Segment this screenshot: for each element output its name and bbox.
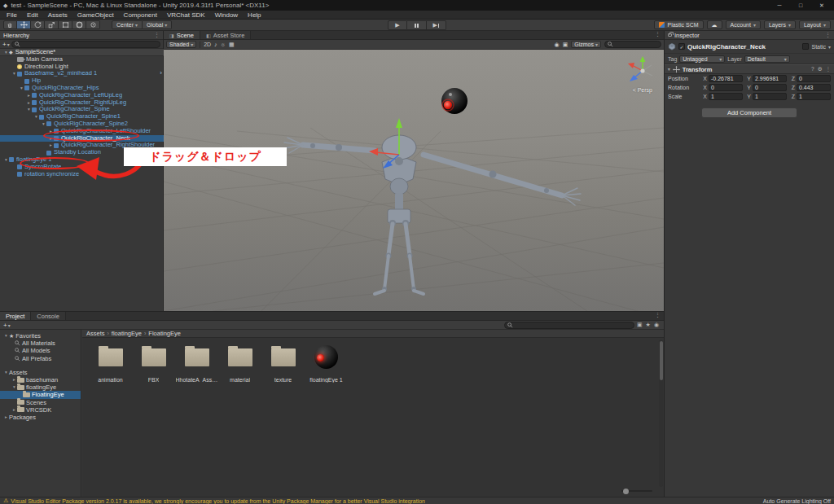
scale-y-field[interactable]: 1 (753, 93, 787, 100)
hierarchy-item-directional-light[interactable]: Directional Light (0, 64, 164, 71)
expand-open-icon[interactable]: ▾ (3, 332, 9, 340)
expand-open-icon[interactable]: ▾ (3, 156, 9, 164)
hierarchy-item-neck-selected[interactable]: ▸QuickRigCharacter_Neck (0, 135, 164, 142)
presets-icon[interactable]: ⚙ (818, 66, 823, 72)
asset-folder-fbx[interactable]: FBX (132, 343, 175, 383)
rotation-x-field[interactable]: 0 (709, 84, 743, 91)
close-button[interactable]: ✕ (811, 0, 832, 11)
2d-toggle[interactable]: 2D (204, 42, 211, 47)
scale-x-field[interactable]: 1 (709, 93, 743, 100)
rotation-z-field[interactable]: 0.443 (797, 84, 831, 91)
breadcrumb-floatingeye[interactable]: floatingEye (112, 330, 142, 337)
scene-viewport[interactable]: < Persp (164, 50, 664, 311)
scene-search[interactable] (604, 41, 661, 48)
layer-dropdown[interactable]: Default▾ (744, 55, 790, 63)
tree-folder-vrcsdk[interactable]: ▸VRCSDK (0, 406, 81, 414)
tab-console[interactable]: Console (31, 312, 66, 320)
lighting-toggle-icon[interactable]: ☼ (221, 42, 226, 47)
expand-closed-icon[interactable]: ▸ (48, 142, 54, 149)
auto-generate-lighting-status[interactable]: Auto Generate Lighting Off (763, 498, 831, 504)
rotation-y-field[interactable]: 0 (753, 84, 787, 91)
menu-gameobject[interactable]: GameObject (72, 11, 119, 20)
tab-scene[interactable]: ◨Scene (164, 31, 200, 39)
plastic-scm-button[interactable]: Plastic SCM (654, 20, 703, 29)
minimize-button[interactable]: ─ (769, 0, 790, 11)
prefab-open-arrow-icon[interactable]: › (160, 70, 162, 77)
layout-dropdown[interactable]: Layout▾ (799, 20, 831, 29)
asset-folder-hhotatea[interactable]: HhotateA_Asse... (175, 343, 218, 383)
zoom-slider-thumb[interactable] (623, 489, 629, 494)
cloud-button[interactable]: ☁ (707, 20, 722, 29)
transform-tool-button[interactable] (72, 20, 86, 29)
audio-toggle-icon[interactable]: ♪ (214, 42, 217, 47)
more-icon[interactable]: ⋮ (826, 66, 832, 72)
expand-open-icon[interactable]: ▾ (26, 106, 32, 113)
transform-component-header[interactable]: ▾ Transform ? ⚙ ⋮ (665, 64, 834, 74)
move-tool-button[interactable] (17, 20, 31, 29)
thumbnail-zoom-slider[interactable] (621, 490, 652, 492)
object-name[interactable]: QuickRigCharacter_Neck (687, 43, 800, 50)
expand-open-icon[interactable]: ▾ (19, 85, 24, 92)
hierarchy-search-input[interactable] (22, 42, 157, 47)
hierarchy-item-leftshoulder[interactable]: ▸QuickRigCharacter_LeftShoulder (0, 128, 164, 135)
menu-help[interactable]: Help (243, 11, 266, 20)
expand-closed-icon[interactable]: ▸ (26, 99, 32, 107)
project-search[interactable] (504, 322, 634, 329)
expand-closed-icon[interactable]: ▸ (11, 376, 17, 383)
scale-z-field[interactable]: 1 (797, 93, 831, 100)
asset-folder-texture[interactable]: texture (261, 343, 305, 383)
asset-folder-animation[interactable]: animation (89, 343, 132, 383)
step-button[interactable]: ▶ (427, 20, 446, 30)
rect-tool-button[interactable] (59, 20, 72, 29)
effects-dropdown-icon[interactable]: ▦ (229, 42, 235, 48)
play-button[interactable]: ▶ (388, 20, 407, 30)
search-by-type-icon[interactable]: ▣ (637, 322, 643, 328)
expand-open-icon[interactable]: ▾ (11, 383, 17, 391)
static-checkbox[interactable] (802, 43, 809, 50)
scale-tool-button[interactable] (45, 20, 59, 29)
hierarchy-item-rotation-synchronize[interactable]: rotation synchronize (0, 171, 164, 178)
scene-visibility-icon[interactable]: ◉ (555, 42, 560, 48)
favorite-icon[interactable]: ★ (646, 322, 651, 328)
position-x-field[interactable]: -0.26781 (709, 75, 743, 82)
menu-assets[interactable]: Assets (43, 11, 72, 20)
hidden-packages-icon[interactable]: ◉ (654, 322, 659, 328)
lock-icon[interactable] (668, 33, 672, 37)
scrollbar-thumb[interactable] (660, 341, 663, 380)
tab-project[interactable]: Project (0, 312, 31, 320)
assets-root[interactable]: ▾Assets (0, 369, 81, 376)
layers-dropdown[interactable]: Layers▾ (764, 20, 796, 29)
packages-root[interactable]: ▸Packages (0, 414, 81, 421)
tree-folder-scenes[interactable]: Scenes (0, 399, 81, 406)
position-y-field[interactable]: 2.996981 (753, 75, 787, 82)
expand-closed-icon[interactable]: ▸ (48, 128, 54, 135)
more-icon[interactable]: ⋮ (825, 32, 831, 38)
expand-closed-icon[interactable]: ▸ (3, 414, 9, 421)
favorites-all-prefabs[interactable]: All Prefabs (0, 355, 81, 362)
hierarchy-item-spine2[interactable]: ▾QuickRigCharacter_Spine2 (0, 121, 164, 128)
hierarchy-item-baseframe[interactable]: ▾Baseframe_v2_minihead 1› (0, 70, 164, 77)
pause-button[interactable] (407, 20, 427, 30)
expand-open-icon[interactable]: ▾ (3, 49, 9, 56)
tab-asset-store[interactable]: ◧Asset Store (200, 31, 251, 39)
camera-settings-icon[interactable]: ▣ (563, 42, 568, 48)
gizmos-dropdown[interactable]: Gizmos▾ (571, 41, 601, 48)
expand-open-icon[interactable]: ▾ (3, 369, 9, 376)
pivot-center-button[interactable]: Center▾ (112, 20, 143, 29)
tag-dropdown[interactable]: Untagged▾ (679, 55, 725, 63)
hierarchy-item-hip[interactable]: Hip (0, 77, 164, 85)
breadcrumb-assets[interactable]: Assets (86, 330, 105, 337)
custom-tool-button[interactable] (86, 20, 100, 29)
expand-closed-icon[interactable]: ▸ (48, 135, 54, 142)
asset-folder-material[interactable]: material (218, 343, 261, 383)
help-icon[interactable]: ? (811, 66, 814, 72)
breadcrumb-floatingeye-folder[interactable]: FloatingEye (148, 330, 181, 337)
hierarchy-item-spine[interactable]: ▾QuickRigCharacter_Spine (0, 106, 164, 113)
menu-vrchat-sdk[interactable]: VRChat SDK (162, 11, 210, 20)
maximize-button[interactable]: □ (790, 0, 811, 11)
floating-eye-object[interactable] (441, 88, 467, 114)
orientation-gizmo[interactable] (621, 53, 659, 87)
add-component-button[interactable]: Add Component (701, 107, 797, 118)
menu-component[interactable]: Component (119, 11, 162, 20)
create-button[interactable]: +▾ (2, 41, 10, 48)
